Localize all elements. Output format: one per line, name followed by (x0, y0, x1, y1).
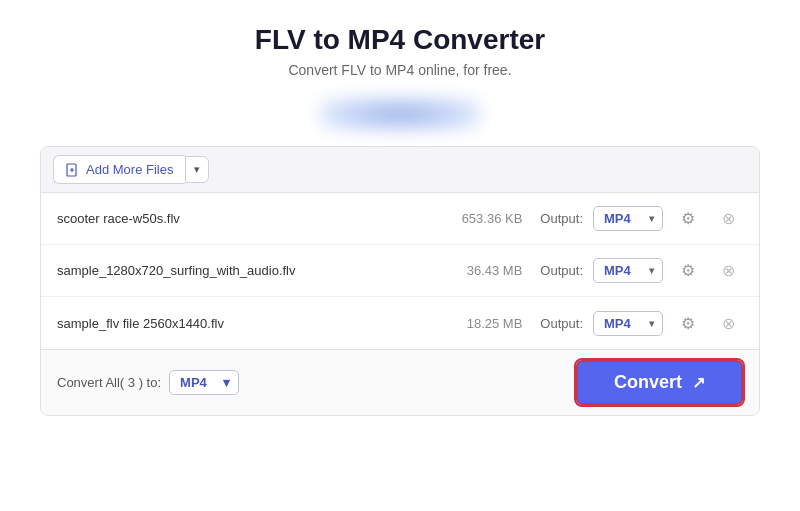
main-container: Add More Files ▾ scooter race-w50s.flv 6… (40, 146, 760, 416)
output-format-select[interactable]: MP4 ▾ (593, 311, 663, 336)
add-files-dropdown-button[interactable]: ▾ (185, 156, 209, 183)
remove-file-button[interactable]: ⊗ (713, 256, 743, 286)
arrow-right-icon: ↗ (692, 373, 705, 392)
file-name: scooter race-w50s.flv (57, 211, 437, 226)
page-title: FLV to MP4 Converter (40, 24, 760, 56)
file-name: sample_flv file 2560x1440.flv (57, 316, 437, 331)
remove-file-button[interactable]: ⊗ (713, 204, 743, 234)
table-row: sample_flv file 2560x1440.flv 18.25 MB O… (41, 297, 759, 349)
close-icon: ⊗ (722, 314, 735, 333)
gear-icon: ⚙ (681, 209, 695, 228)
settings-button[interactable]: ⚙ (673, 308, 703, 338)
convert-all-format-value: MP4 (180, 375, 207, 390)
output-format-select[interactable]: MP4 ▾ (593, 258, 663, 283)
convert-button-label: Convert (614, 372, 682, 393)
add-more-files-button[interactable]: Add More Files (53, 155, 185, 184)
convert-all-label: Convert All( 3 ) to: (57, 375, 161, 390)
chevron-down-icon: ▾ (649, 213, 654, 224)
chevron-down-icon: ▾ (649, 318, 654, 329)
file-name: sample_1280x720_surfing_with_audio.flv (57, 263, 437, 278)
bottom-bar: Convert All( 3 ) to: MP4 ▾ Convert ↗ (41, 349, 759, 415)
chevron-down-icon: ▾ (194, 163, 200, 176)
gear-icon: ⚙ (681, 261, 695, 280)
file-size: 18.25 MB (447, 316, 522, 331)
output-label: Output: (540, 211, 583, 226)
toolbar: Add More Files ▾ (41, 147, 759, 193)
settings-button[interactable]: ⚙ (673, 256, 703, 286)
convert-all-section: Convert All( 3 ) to: MP4 ▾ (57, 370, 239, 395)
file-size: 653.36 KB (447, 211, 522, 226)
output-label: Output: (540, 316, 583, 331)
page-header: FLV to MP4 Converter Convert FLV to MP4 … (40, 24, 760, 78)
page-subtitle: Convert FLV to MP4 online, for free. (40, 62, 760, 78)
convert-button[interactable]: Convert ↗ (576, 360, 743, 405)
close-icon: ⊗ (722, 209, 735, 228)
chevron-down-icon: ▾ (223, 375, 230, 390)
file-list: scooter race-w50s.flv 653.36 KB Output: … (41, 193, 759, 349)
remove-file-button[interactable]: ⊗ (713, 308, 743, 338)
output-format-value: MP4 (604, 263, 631, 278)
output-format-value: MP4 (604, 211, 631, 226)
table-row: sample_1280x720_surfing_with_audio.flv 3… (41, 245, 759, 297)
table-row: scooter race-w50s.flv 653.36 KB Output: … (41, 193, 759, 245)
close-icon: ⊗ (722, 261, 735, 280)
chevron-down-icon: ▾ (649, 265, 654, 276)
file-size: 36.43 MB (447, 263, 522, 278)
settings-button[interactable]: ⚙ (673, 204, 703, 234)
convert-all-format-select[interactable]: MP4 ▾ (169, 370, 239, 395)
add-files-label: Add More Files (86, 162, 173, 177)
output-format-value: MP4 (604, 316, 631, 331)
file-add-icon (66, 163, 80, 177)
output-label: Output: (540, 263, 583, 278)
output-format-select[interactable]: MP4 ▾ (593, 206, 663, 231)
blurred-decoration (320, 96, 480, 132)
gear-icon: ⚙ (681, 314, 695, 333)
